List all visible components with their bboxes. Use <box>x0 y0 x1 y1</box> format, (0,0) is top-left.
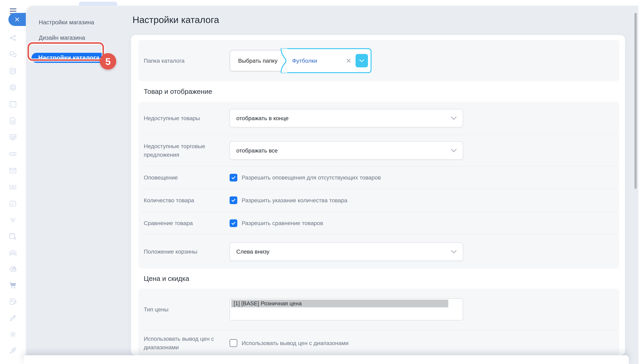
settings-sidebar: Настройки магазина Дизайн магазина Настр… <box>26 6 130 364</box>
main-content: Настройки каталога Папка каталога Выбрат… <box>130 6 638 364</box>
pencil-icon[interactable] <box>6 310 20 325</box>
comparison-row: Сравнение товара Разрешить сравнение тов… <box>138 212 619 234</box>
notifications-checkbox[interactable] <box>230 174 237 182</box>
document-sign-icon[interactable] <box>6 294 20 309</box>
quantity-checkbox[interactable] <box>230 196 237 204</box>
chevron-down-icon <box>451 116 457 120</box>
select-value: отображать в конце <box>236 115 289 122</box>
row-label: Оповещение <box>144 173 230 182</box>
checkbox-label[interactable]: Разрешить указание количества товара <box>242 197 347 204</box>
folder-group: Папка каталога Выбрать папку Футболки <box>138 40 619 81</box>
unavailable-offers-row: Недоступные торговые предложения отображ… <box>138 135 619 166</box>
comparison-checkbox[interactable] <box>230 219 237 227</box>
price-type-option-selected[interactable]: [1] [BASE] Розничная цена <box>231 300 448 307</box>
chevron-down-icon <box>451 149 457 152</box>
close-slider-button[interactable] <box>9 13 26 26</box>
row-label: Положение корзины <box>144 247 230 256</box>
close-icon <box>14 16 20 22</box>
app-rail <box>0 0 26 364</box>
rail-icon-group-bottom <box>6 196 20 359</box>
price-ranges-row: Использовать вывод цен с диапазонами Исп… <box>138 330 619 355</box>
rocket-icon[interactable] <box>6 343 20 358</box>
unavailable-products-select[interactable]: отображать в конце <box>230 109 463 127</box>
news-icon[interactable] <box>6 64 20 78</box>
slider-footer-bar <box>24 355 629 364</box>
remove-folder-icon[interactable] <box>345 58 352 64</box>
selected-folder-tag: Футболки <box>281 48 371 73</box>
settings-gear-icon[interactable] <box>6 327 20 342</box>
unavailable-offers-select[interactable]: отображать все <box>230 141 463 160</box>
price-type-row: Тип цены [1] [BASE] Розничная цена <box>138 288 619 330</box>
calendar-tasks-icon[interactable] <box>6 229 20 244</box>
chevron-down-icon <box>451 250 457 254</box>
product-group: Недоступные товары отображать в конце Не… <box>138 102 619 268</box>
basket-position-row: Положение корзины Слева внизу <box>138 235 619 268</box>
row-label: Сравнение товара <box>144 219 230 228</box>
notifications-row: Оповещение Разрешить оповещения для отсу… <box>138 166 619 189</box>
sidebar-item-store-settings[interactable]: Настройки магазина <box>39 18 130 27</box>
check-icon <box>231 198 236 203</box>
select-value: Слева внизу <box>236 248 269 255</box>
people-icon[interactable] <box>6 180 20 194</box>
mail-icon[interactable] <box>6 163 20 178</box>
settings-slider-panel: Настройки магазина Дизайн магазина Настр… <box>26 6 638 364</box>
drive-icon[interactable] <box>6 147 20 162</box>
row-label: Тип цены <box>144 305 230 314</box>
target-icon[interactable] <box>6 262 20 276</box>
calendar-icon[interactable] <box>6 97 20 112</box>
hexagon-crm-icon[interactable] <box>6 80 20 95</box>
row-label: Папка каталога <box>144 56 230 65</box>
basket-position-select[interactable]: Слева внизу <box>230 242 463 261</box>
presentation-icon[interactable] <box>6 130 20 145</box>
row-label: Количество товара <box>144 196 230 204</box>
settings-card: Папка каталога Выбрать папку Футболки <box>131 35 625 355</box>
row-label: Использовать вывод цен с диапазонами <box>144 334 230 352</box>
row-label: Недоступные товары <box>144 114 230 122</box>
checkbox-label[interactable]: Разрешить сравнение товаров <box>242 220 323 226</box>
tag-notch-icon <box>280 48 287 73</box>
sidebar-item-catalog-settings[interactable]: Настройки каталога <box>32 53 106 63</box>
check-icon <box>231 221 236 226</box>
warehouse-icon[interactable] <box>6 245 20 260</box>
selected-folder-name[interactable]: Футболки <box>292 58 317 64</box>
chat-icon[interactable] <box>6 47 20 62</box>
share-icon[interactable] <box>6 30 20 45</box>
checkbox-label[interactable]: Использовать вывод цен с диапазонами <box>242 340 348 346</box>
row-label: Недоступные торговые предложения <box>144 142 230 159</box>
quantity-row: Количество товара Разрешить указание кол… <box>138 189 619 212</box>
funnel-icon[interactable] <box>6 212 20 227</box>
tutorial-step-badge: 5 <box>100 53 116 70</box>
catalog-folder-row: Папка каталога Выбрать папку Футболки <box>138 40 619 81</box>
folder-dropdown-button[interactable] <box>356 54 368 67</box>
price-ranges-checkbox[interactable] <box>230 339 237 347</box>
tasks-check-icon[interactable] <box>6 196 20 211</box>
page-title: Настройки каталога <box>133 14 638 25</box>
checkbox-label[interactable]: Разрешить оповещения для отсутствующих т… <box>242 174 381 181</box>
section-title-product: Товар и отображение <box>131 81 625 102</box>
price-type-listbox[interactable]: [1] [BASE] Розничная цена <box>230 298 463 320</box>
unavailable-products-row: Недоступные товары отображать в конце <box>138 102 619 134</box>
check-icon <box>231 175 236 180</box>
document-icon[interactable] <box>6 114 20 128</box>
section-title-price: Цена и скидка <box>131 268 625 288</box>
select-value: отображать все <box>236 147 278 154</box>
sidebar-item-store-design[interactable]: Дизайн магазина <box>39 33 130 42</box>
price-group: Тип цены [1] [BASE] Розничная цена Испол… <box>138 288 619 355</box>
cart-icon[interactable] <box>6 278 20 292</box>
choose-folder-button[interactable]: Выбрать папку <box>230 50 286 72</box>
rail-icon-group-top <box>6 30 20 196</box>
